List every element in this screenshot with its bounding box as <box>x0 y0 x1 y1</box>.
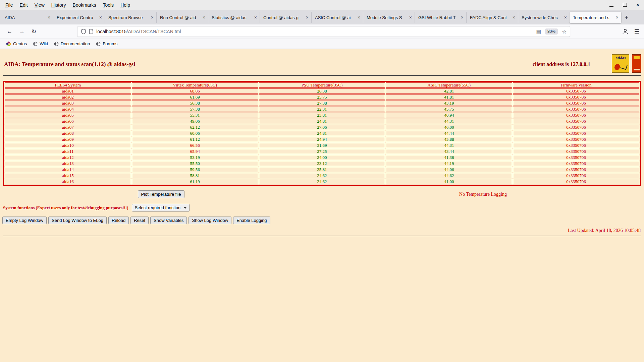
tab-asic-control-ai[interactable]: ASIC Control @ ai× <box>311 12 363 23</box>
tab-close-icon[interactable]: × <box>46 15 52 20</box>
cell-firmware: 0x3350706 <box>513 101 639 106</box>
url-host: localhost:8015 <box>96 29 126 34</box>
minimize-button[interactable] <box>609 2 613 8</box>
midas-logo-squiggle <box>620 64 627 70</box>
app-menu-button[interactable]: ☰ <box>634 28 639 35</box>
table-row: aida0356.3827.3843.190x3350706 <box>5 101 639 106</box>
tab-strip: AIDA×Experiment Contro×Spectrum Browse×R… <box>1 12 632 23</box>
tab-module-settings-s[interactable]: Module Settings S× <box>363 12 415 23</box>
bookmark-label: Centos <box>13 41 27 46</box>
tab-close-icon[interactable]: × <box>201 15 207 20</box>
tab-close-icon[interactable]: × <box>305 15 310 20</box>
bookmark-forums[interactable]: Forums <box>93 40 120 47</box>
tab-aida[interactable]: AIDA× <box>1 12 53 23</box>
menu-view[interactable]: View <box>31 1 48 9</box>
function-select[interactable]: Select required function <box>132 204 190 212</box>
tab-system-wide-chec[interactable]: System wide Chec× <box>518 12 570 23</box>
tab-experiment-contro[interactable]: Experiment Contro× <box>53 12 105 23</box>
menu-edit[interactable]: Edit <box>16 1 31 9</box>
send-log-window-to-elog-button[interactable]: Send Log Window to ELog <box>48 217 107 224</box>
cell-firmware: 0x3350706 <box>513 179 639 184</box>
cell-virtex: 61.19 <box>132 179 258 184</box>
menu-bookmarks[interactable]: Bookmarks <box>69 1 99 9</box>
reload-button[interactable]: ↻ <box>28 28 40 35</box>
tab-close-icon[interactable]: × <box>253 15 258 20</box>
cell-psu: 31.69 <box>259 143 385 148</box>
system-functions-row: System functions (Expert users only for … <box>3 204 644 212</box>
enable-logging-button[interactable]: Enable Logging <box>233 217 270 224</box>
bookmark-documentation[interactable]: Documentation <box>51 40 93 47</box>
reader-mode-icon[interactable]: ▤ <box>536 28 541 35</box>
tab-close-icon[interactable]: × <box>408 15 413 20</box>
tab-close-icon[interactable]: × <box>460 15 465 20</box>
cell-virtex: 56.38 <box>132 101 258 106</box>
tab-label: AIDA <box>5 15 46 20</box>
tab-close-icon[interactable]: × <box>563 15 568 20</box>
table-row: aida1459.5625.8144.060x3350706 <box>5 167 639 172</box>
cell-asic: 41.00 <box>386 179 512 184</box>
midas-logo[interactable]: Midas <box>612 54 629 73</box>
menu-history[interactable]: History <box>48 1 69 9</box>
cell-firmware: 0x3350706 <box>513 125 639 130</box>
bookmark-wiki[interactable]: Wiki <box>30 40 51 47</box>
tab-close-icon[interactable]: × <box>150 15 155 20</box>
table-row: aida1661.1924.6241.000x3350706 <box>5 179 639 184</box>
cell-asic: 45.75 <box>386 107 512 112</box>
column-header: FEE64 System <box>5 82 131 88</box>
cell-asic: 44.62 <box>386 173 512 178</box>
tab-gsi-white-rabbit-t[interactable]: GSI White Rabbit T× <box>415 12 466 23</box>
menu-file[interactable]: File <box>2 1 16 9</box>
tab-close-icon[interactable]: × <box>614 15 620 20</box>
menu-tools[interactable]: Tools <box>99 1 117 9</box>
zoom-level-button[interactable]: 80% <box>545 28 558 35</box>
tab-statistics-aidas[interactable]: Statistics @ aidas× <box>208 12 260 23</box>
forward-button[interactable]: → <box>16 28 28 35</box>
centos-icon <box>6 42 11 46</box>
account-icon[interactable] <box>622 28 628 35</box>
table-row: aida0457.3822.3145.750x3350706 <box>5 107 639 112</box>
close-window-button[interactable]: × <box>636 2 639 8</box>
table-row: aida0961.1224.9445.880x3350706 <box>5 137 639 142</box>
cell-system: aida02 <box>5 95 131 100</box>
bookmark-star-icon[interactable]: ☆ <box>562 28 567 35</box>
page-info-icon[interactable] <box>89 29 94 34</box>
table-row: aida1165.9427.2543.440x3350706 <box>5 149 639 154</box>
maximize-button[interactable] <box>623 2 627 8</box>
tab-label: Run Control @ aid <box>160 15 201 20</box>
empty-log-window-button[interactable]: Empty Log Window <box>2 217 47 224</box>
tab-control-aidas-g[interactable]: Control @ aidas-g× <box>260 12 311 23</box>
tracking-shield-icon[interactable] <box>81 29 86 34</box>
tab-close-icon[interactable]: × <box>356 15 362 20</box>
table-row: aida1355.5023.1244.190x3350706 <box>5 161 639 166</box>
show-variables-button[interactable]: Show Variables <box>150 217 187 224</box>
tab-close-icon[interactable]: × <box>511 15 517 20</box>
table-row: aida0860.0624.8144.440x3350706 <box>5 131 639 136</box>
cell-firmware: 0x3350706 <box>513 167 639 172</box>
tab-fadc-align-cont[interactable]: FADC Align & Cont× <box>466 12 518 23</box>
cell-virtex: 62.12 <box>132 125 258 130</box>
cell-virtex: 61.69 <box>132 95 258 100</box>
reset-button[interactable]: Reset <box>130 217 149 224</box>
menu-items: FileEditViewHistoryBookmarksToolsHelp <box>2 1 133 9</box>
cell-psu: 23.81 <box>259 113 385 118</box>
facility-logo-graphic-bottom <box>634 69 640 70</box>
url-bar[interactable]: localhost:8015/AIDA/TSCAN/TSCAN.tml ▤ 80… <box>77 26 570 37</box>
show-log-window-button[interactable]: Show Log Window <box>189 217 231 224</box>
cell-system: aida15 <box>5 173 131 178</box>
new-tab-button[interactable]: + <box>621 14 632 21</box>
tab-temperature-and-s[interactable]: Temperature and s× <box>570 12 621 23</box>
back-button[interactable]: ← <box>3 28 16 35</box>
cell-virtex: 53.19 <box>132 155 258 160</box>
reload-button[interactable]: Reload <box>108 217 129 224</box>
cell-firmware: 0x3350706 <box>513 113 639 118</box>
bookmarks-list: Centos Wiki Documentation Forums <box>3 40 120 47</box>
tab-close-icon[interactable]: × <box>98 15 103 20</box>
bookmark-centos[interactable]: Centos <box>3 40 30 47</box>
tab-label: Experiment Contro <box>57 15 98 20</box>
urlbar-right-icons: ▤ 80% ☆ <box>536 28 567 35</box>
menu-help[interactable]: Help <box>117 1 133 9</box>
plot-temperature-file-button[interactable]: Plot Temperature file <box>138 190 184 198</box>
tab-spectrum-browse[interactable]: Spectrum Browse× <box>105 12 156 23</box>
cell-psu: 22.31 <box>259 107 385 112</box>
tab-run-control-aid[interactable]: Run Control @ aid× <box>156 12 208 23</box>
